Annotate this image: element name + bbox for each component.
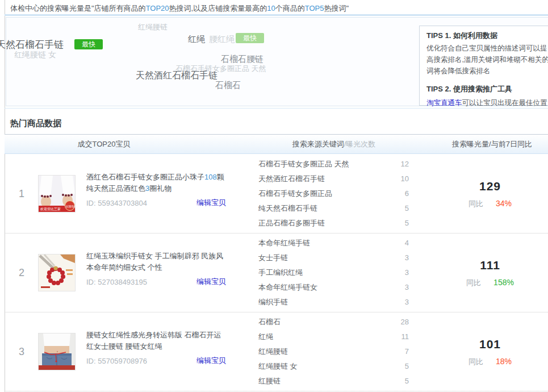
keyword-text: 石榴石 <box>258 315 281 330</box>
keyword-text: 女士手链 <box>258 251 288 265</box>
fastest-badge: 最快 <box>74 39 103 49</box>
exposure-summary: 111 同比158% <box>445 258 536 288</box>
zhitongche-link[interactable]: 淘宝直通车 <box>426 99 462 107</box>
edit-item-link[interactable]: 编辑宝贝 <box>196 198 226 208</box>
keyword-count: 4 <box>405 236 409 251</box>
yoy-value: 158% <box>493 278 514 287</box>
table-header-row: 成交TOP20宝贝 搜索来源关键词/曝光次数 搜索曝光量/与前7日同比 <box>5 135 548 154</box>
intro-suffix: 热搜词" <box>324 4 349 12</box>
keyword-row: 红腰链5 <box>258 374 409 389</box>
keyword-row: 正品石榴石多圈手链5 <box>258 216 409 231</box>
keyword-count: 28 <box>401 315 409 330</box>
intro-prefix: 体检中心的搜索曝光量是"店铺所有商品的 <box>10 4 146 12</box>
header-search-keywords-main: 搜索来源关键词 <box>292 140 344 148</box>
yoy-label: 同比 <box>468 357 483 367</box>
keyword-row: 本命年红绳手链女3 <box>258 280 409 295</box>
keyword-cloud-panel: 红绳腰链 红绳 腰红绳 最快 天然石榴石手链 最快 红绳腰链 女 石榴石腰链 石… <box>6 17 548 106</box>
keyword-count: 11 <box>401 330 409 344</box>
product-id-value: 557059708976 <box>98 357 147 365</box>
keyword-count: 3 <box>405 295 409 310</box>
keyword-row: 红绳腰链 女5 <box>258 359 409 374</box>
product-id: ID: 557059708976 <box>86 357 147 365</box>
keyword-text: 本命年红绳手链 <box>258 236 310 251</box>
keyword-text: 手工编织红绳 <box>258 265 303 280</box>
keyword-text: 本命年红绳手链女 <box>258 280 317 295</box>
product-title: 酒红色石榴石手链女多圈正品小珠子108颗纯天然正品酒红色3圈礼物 <box>86 172 226 194</box>
svg-text:全国包邮: 全国包邮 <box>66 205 76 208</box>
intro-mid2: 个商品的 <box>275 4 305 12</box>
product-table-body: 1 欢迎货比三家 全国包邮 酒红色石榴石手链女多圈正品小珠子108颗纯天然正品酒… <box>5 155 548 391</box>
keyword-row: 红绳11 <box>258 330 409 344</box>
yoy-line: 同比34% <box>445 199 536 209</box>
cloud-keyword: 腰红绳 <box>209 34 235 45</box>
keyword-row: 红绳腰链7 <box>258 344 409 359</box>
keyword-count: 3 <box>405 251 409 265</box>
cloud-keyword: 天然石榴石手链 <box>0 38 64 51</box>
keyword-count: 3 <box>405 280 409 295</box>
intro-mid1: 热搜词,以及店铺搜索量最高的 <box>169 4 267 12</box>
product-id-value: 527038493195 <box>98 278 147 286</box>
header-exposure: 搜索曝光量/与前7日同比 <box>436 135 548 154</box>
keyword-row: 石榴石手链女多圈正品6 <box>258 186 409 201</box>
cloud-keyword: 红绳 <box>188 34 205 45</box>
keyword-text: 红绳 <box>258 330 273 344</box>
edit-item-link[interactable]: 编辑宝贝 <box>196 277 226 287</box>
svg-text:欢迎货比三家: 欢迎货比三家 <box>40 207 61 211</box>
header-search-keywords: 搜索来源关键词/曝光次数 <box>249 135 419 154</box>
keyword-count: 5 <box>405 359 409 374</box>
table-row: 3 腰链女红绳性感光身转运韩版 石榴石开运红女士腰链 腰链女红绳 ID: 557… <box>5 312 548 391</box>
exposure-count: 111 <box>445 258 536 272</box>
keyword-count: 3 <box>405 265 409 280</box>
section-title: 热门商品数据 <box>10 118 61 129</box>
tips-body-2-text: 可以让宝贝出现在最佳位置 <box>462 99 547 107</box>
bracelet-wrists-image: 欢迎货比三家 全国包邮 <box>39 176 75 212</box>
intro-ten: 10 <box>267 4 275 12</box>
exposure-summary: 101 同比18% <box>445 337 536 367</box>
product-image[interactable]: 欢迎货比三家 全国包邮 <box>38 175 76 212</box>
intro-top5: TOP5 <box>305 4 324 12</box>
product-info: 红绳玉珠编织手链女 手工编制辟邪 民族风本命年简约细女式 个性 ID: 5270… <box>86 251 226 287</box>
yoy-line: 同比158% <box>445 278 536 288</box>
tips-title-1: TIPS 1. 如何利用数据 <box>426 31 548 41</box>
waist-chain-image <box>39 333 75 370</box>
yoy-label: 同比 <box>468 199 483 209</box>
header-search-keywords-sub: /曝光次数 <box>344 140 376 148</box>
product-info: 酒红色石榴石手链女多圈正品小珠子108颗纯天然正品酒红色3圈礼物 ID: 559… <box>86 172 226 208</box>
product-title: 腰链女红绳性感光身转运韩版 石榴石开运红女士腰链 腰链女红绳 <box>86 330 226 352</box>
yoy-value: 34% <box>496 199 512 208</box>
product-meta: ID: 557059708976 编辑宝贝 <box>86 356 226 366</box>
product-meta: ID: 559343703804 编辑宝贝 <box>86 198 226 208</box>
table-row: 2 红绳玉珠编织手链女 手工编制辟邪 民族风本命年简约细女式 个性 <box>5 233 548 312</box>
rank-number: 2 <box>5 233 39 312</box>
tips-body-2: 淘宝直通车可以让宝贝出现在最佳位置 <box>426 97 548 109</box>
product-image[interactable] <box>38 254 76 291</box>
keyword-text: 正品石榴石多圈手链 <box>258 216 325 231</box>
yoy-label: 同比 <box>466 278 481 288</box>
keyword-count: 12 <box>401 157 409 172</box>
product-id: ID: 559343703804 <box>86 199 147 207</box>
yoy-value: 18% <box>496 357 512 366</box>
product-image[interactable] <box>38 333 76 370</box>
product-id-label: ID: <box>86 278 96 286</box>
keyword-count: 6 <box>405 186 409 201</box>
keyword-text: 红绳腰链 女 <box>258 359 298 374</box>
header-top20-items: 成交TOP20宝贝 <box>5 135 203 154</box>
keyword-row: 石榴石28 <box>258 315 409 330</box>
product-meta: ID: 527038493195 编辑宝贝 <box>86 277 226 287</box>
rank-number: 3 <box>5 312 39 391</box>
keyword-row: 手工编织红绳3 <box>258 265 409 280</box>
product-id-label: ID: <box>86 199 96 207</box>
keyword-count: 5 <box>405 201 409 216</box>
keyword-row: 女士手链3 <box>258 251 409 265</box>
keyword-text: 编织手链 <box>258 295 288 310</box>
yoy-line: 同比18% <box>445 357 536 367</box>
red-bead-bracelet-image <box>39 255 75 291</box>
rank-number: 1 <box>5 155 39 233</box>
keyword-text: 天然酒红石榴石手链 <box>258 172 325 186</box>
edit-item-link[interactable]: 编辑宝贝 <box>196 356 226 366</box>
title-number: 108 <box>204 173 217 181</box>
product-title: 红绳玉珠编织手链女 手工编制辟邪 民族风本命年简约细女式 个性 <box>86 251 226 273</box>
keyword-row: 石榴石手链女多圈正品 天然12 <box>258 157 409 172</box>
keyword-text: 红腰链 <box>258 374 281 389</box>
intro-top20: TOP20 <box>146 4 169 12</box>
